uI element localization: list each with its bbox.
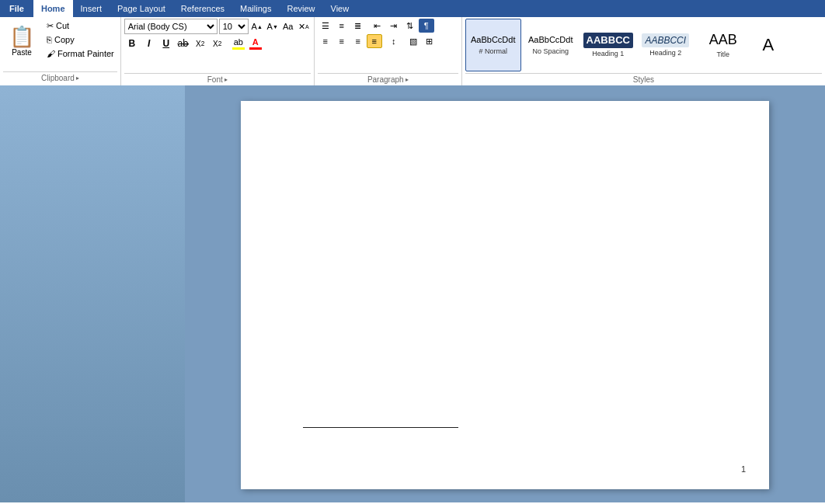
copy-icon: ⎘ <box>47 35 52 44</box>
style-normal[interactable]: AaBbCcDdt # Normal <box>465 19 521 71</box>
italic-button[interactable]: I <box>141 36 157 51</box>
sidebar <box>0 85 185 502</box>
align-left-button[interactable]: ≡ <box>318 34 333 48</box>
bullets-button[interactable]: ☰ <box>318 19 333 33</box>
style-no-spacing-label: No Spacing <box>532 47 569 55</box>
font-color-button[interactable]: A <box>248 36 263 51</box>
clear-formatting-button[interactable]: ✕A <box>297 19 311 33</box>
cut-icon: ✂ <box>47 21 54 31</box>
font-section: Arial (Body CS) 10 A▲ A▼ Aа ✕A B I U ab̶… <box>121 17 315 85</box>
paste-icon: 📋 <box>9 26 34 47</box>
ribbon-sections: 📋 Paste ✂ Cut ⎘ Copy 🖌 Format Pain <box>0 17 825 85</box>
clipboard-content: 📋 Paste ✂ Cut ⎘ Copy 🖌 Format Pain <box>3 19 117 70</box>
document-page[interactable]: 1 <box>241 101 769 489</box>
font-color-icon: A <box>252 37 259 47</box>
paste-button[interactable]: 📋 Paste <box>3 19 40 64</box>
cut-button[interactable]: ✂ Cut <box>44 19 117 33</box>
styles-section-label: Styles <box>465 73 822 84</box>
tab-home[interactable]: Home <box>33 0 73 17</box>
bold-button[interactable]: B <box>124 36 140 51</box>
copy-button[interactable]: ⎘ Copy <box>44 33 117 47</box>
copy-label: Copy <box>54 35 75 44</box>
style-heading2-preview: AABBCCI <box>642 33 689 47</box>
tab-view[interactable]: View <box>323 0 357 17</box>
font-grow-button[interactable]: A▲ <box>250 19 264 33</box>
style-no-spacing-preview: AaBbCcDdt <box>528 35 573 45</box>
justify-button[interactable]: ≡ <box>367 34 382 48</box>
borders-button[interactable]: ⊞ <box>422 34 437 48</box>
tab-page-layout[interactable]: Page Layout <box>110 0 173 17</box>
font-expand-icon[interactable]: ▸ <box>225 76 228 83</box>
style-subtitle-preview: A <box>762 35 774 55</box>
superscript-button[interactable]: X2 <box>210 36 225 51</box>
style-title[interactable]: AAB Title <box>695 19 751 71</box>
ribbon-tab-bar: File Home Insert Page Layout References … <box>0 0 825 17</box>
tab-review[interactable]: Review <box>279 0 322 17</box>
style-subtitle[interactable]: A <box>753 19 784 71</box>
subscript-button[interactable]: X2 <box>193 36 208 51</box>
font-section-label: Font ▸ <box>124 73 311 84</box>
style-no-spacing[interactable]: AaBbCcDdt No Spacing <box>523 19 579 71</box>
paste-label: Paste <box>12 48 32 57</box>
tab-references[interactable]: References <box>173 0 232 17</box>
line-spacing-button[interactable]: ↕ <box>386 34 402 48</box>
font-shrink-button[interactable]: A▼ <box>266 19 280 33</box>
style-heading1-preview: AABBCC <box>583 33 633 48</box>
paragraph-section-label: Paragraph ▸ <box>318 73 458 84</box>
format-painter-label: Format Painter <box>57 49 114 58</box>
clipboard-small-buttons: ✂ Cut ⎘ Copy 🖌 Format Painter <box>44 19 117 61</box>
align-center-button[interactable]: ≡ <box>334 34 350 48</box>
decrease-indent-button[interactable]: ⇤ <box>370 19 385 33</box>
tab-mailings[interactable]: Mailings <box>232 0 279 17</box>
style-normal-label: # Normal <box>479 47 507 55</box>
tab-file[interactable]: File <box>0 0 33 17</box>
clipboard-section: 📋 Paste ✂ Cut ⎘ Copy 🖌 Format Pain <box>0 17 121 85</box>
page-container[interactable]: 1 <box>185 85 825 502</box>
font-size-select[interactable]: 10 <box>219 19 249 34</box>
page-number: 1 <box>741 464 746 474</box>
underline-button[interactable]: U <box>158 36 174 51</box>
para-row1: ☰ ≡ ≣ ⇤ ⇥ ⇅ ¶ <box>318 19 458 33</box>
style-title-preview: AAB <box>709 32 737 49</box>
tab-insert[interactable]: Insert <box>73 0 110 17</box>
cursor-line <box>303 427 458 428</box>
format-painter-button[interactable]: 🖌 Format Painter <box>44 47 117 61</box>
clipboard-section-label: Clipboard ▸ <box>3 71 117 84</box>
styles-row: AaBbCcDdt # Normal AaBbCcDdt No Spacing … <box>465 19 822 71</box>
change-case-button[interactable]: Aа <box>281 19 295 33</box>
multilevel-list-button[interactable]: ≣ <box>350 19 366 33</box>
shading-button[interactable]: ▧ <box>406 34 421 48</box>
style-heading1-label: Heading 1 <box>592 50 624 57</box>
styles-section: AaBbCcDdt # Normal AaBbCcDdt No Spacing … <box>462 17 825 85</box>
style-normal-preview: AaBbCcDdt <box>471 35 515 45</box>
font-row2: B I U ab̶ X2 X2 ab A <box>124 36 311 51</box>
strikethrough-button[interactable]: ab̶ <box>176 36 191 51</box>
increase-indent-button[interactable]: ⇥ <box>386 19 402 33</box>
sort-button[interactable]: ⇅ <box>402 19 418 33</box>
para-row2: ≡ ≡ ≡ ≡ ↕ ▧ ⊞ <box>318 34 458 48</box>
font-face-select[interactable]: Arial (Body CS) <box>124 19 218 34</box>
paragraph-section: ☰ ≡ ≣ ⇤ ⇥ ⇅ ¶ ≡ ≡ ≡ ≡ ↕ ▧ ⊞ <box>315 17 462 85</box>
show-formatting-button[interactable]: ¶ <box>419 19 434 33</box>
text-highlight-color-button[interactable]: ab <box>231 36 246 51</box>
style-heading1[interactable]: AABBCC Heading 1 <box>580 19 636 71</box>
ribbon: 📋 Paste ✂ Cut ⎘ Copy 🖌 Format Pain <box>0 17 825 85</box>
font-row1: Arial (Body CS) 10 A▲ A▼ Aа ✕A <box>124 19 311 34</box>
text-highlight-icon: ab <box>234 37 243 47</box>
clipboard-expand-icon[interactable]: ▸ <box>76 75 79 82</box>
paragraph-expand-icon[interactable]: ▸ <box>406 76 409 83</box>
style-heading2-label: Heading 2 <box>649 49 681 57</box>
numbering-button[interactable]: ≡ <box>334 19 350 33</box>
document-area: 1 <box>0 85 825 502</box>
style-title-label: Title <box>716 50 729 58</box>
align-right-button[interactable]: ≡ <box>350 34 366 48</box>
cut-label: Cut <box>56 21 69 30</box>
style-heading2[interactable]: AABBCCI Heading 2 <box>638 19 694 71</box>
format-painter-icon: 🖌 <box>47 49 55 58</box>
